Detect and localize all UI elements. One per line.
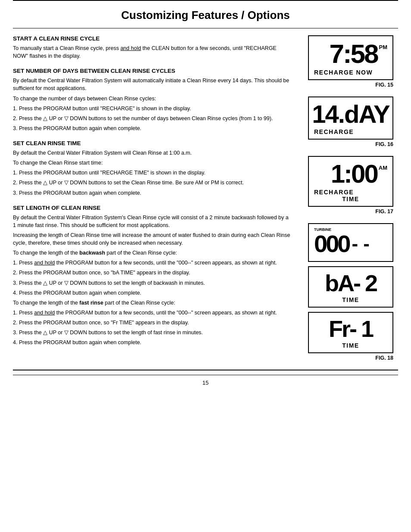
fig-16-digits: 14.dAY <box>312 102 389 127</box>
fig-16-caption: FIG. 16 <box>308 141 393 147</box>
page-number: 15 <box>13 375 398 390</box>
rinse-time-para-1: By default the Central Water Filtration … <box>13 149 293 157</box>
fig-18a-turbine-label: TURBINE <box>314 227 331 232</box>
fig-15-time: 7:58 <box>329 40 377 67</box>
fig-18b-digits: bA- 2 <box>325 271 377 295</box>
fig-17-ampm: AM <box>379 165 387 171</box>
section-title-rinse-time: SET CLEAN RINSE TIME <box>13 140 293 146</box>
fig-18c-display: Fr- 1 TIME <box>308 312 393 353</box>
length-fr-step-4: 4. Press the PROGRAM button again when c… <box>13 339 293 346</box>
fig-17-time: 1:00 <box>331 161 377 187</box>
fig-18c-digits: Fr- 1 <box>329 317 373 340</box>
fig-17-label-line1: RECHARGE <box>314 189 387 196</box>
days-step-3: 3. Press the PROGRAM button again when c… <box>13 124 293 132</box>
section-title-length: SET LENGTH OF CLEAN RINSE <box>13 205 293 211</box>
fig-17-group: 1:00 AM RECHARGE TIME FIG. 17 <box>308 156 393 221</box>
fig-16-label: RECHARGE <box>314 128 387 135</box>
left-column: START A CLEAN RINSE CYCLE To manually st… <box>13 28 303 370</box>
bottom-border <box>13 370 398 370</box>
clean-rinse-para: To manually start a Clean Rinse cycle, p… <box>13 44 293 60</box>
fig-15-label: RECHARGE NOW <box>314 69 387 76</box>
fig-18b-display: bA- 2 TIME <box>308 266 393 308</box>
length-fr-step-2: 2. Press the PROGRAM button once, so "Fr… <box>13 319 293 327</box>
length-step-1: 1. Press and hold the PROGRAM button for… <box>13 259 293 267</box>
fig-18a-group: TURBINE 000 - - <box>308 223 393 264</box>
fig-18a-digits: 000 <box>314 232 349 256</box>
days-para-1: By default the Central Water Filtration … <box>13 77 293 92</box>
days-step-2: 2. Press the UP or DOWN buttons to set t… <box>13 115 293 122</box>
length-para-1: By default the Central Water Filtration … <box>13 214 293 229</box>
fig-18-caption: FIG. 18 <box>308 355 393 361</box>
rinse-time-step-1: 1. Press the PROGRAM button until "RECHA… <box>13 169 293 177</box>
fig-15-group: 7:58 PM RECHARGE NOW FIG. 15 <box>308 35 393 94</box>
days-para-2: To change the number of days between Cle… <box>13 95 293 103</box>
section-title-clean-rinse: START A CLEAN RINSE CYCLE <box>13 35 293 42</box>
right-column: 7:58 PM RECHARGE NOW FIG. 15 14.dAY RECH… <box>303 28 398 370</box>
fig-16-group: 14.dAY RECHARGE FIG. 16 <box>308 96 393 153</box>
fig-15-ampm: PM <box>379 44 388 50</box>
rinse-time-step-2: 2. Press the UP or DOWN buttons to set t… <box>13 179 293 187</box>
length-step-4: 4. Press the PROGRAM button again when c… <box>13 289 293 297</box>
fig-18c-label: TIME <box>314 342 387 349</box>
content-wrapper: START A CLEAN RINSE CYCLE To manually st… <box>0 28 411 370</box>
length-para-4: To change the length of the fast rinse p… <box>13 299 293 307</box>
fig-16-display: 14.dAY RECHARGE <box>308 96 393 140</box>
fig-18a-display: TURBINE 000 - - <box>308 223 393 262</box>
fig-15-display: 7:58 PM RECHARGE NOW <box>308 35 393 80</box>
fig-17-display: 1:00 AM RECHARGE TIME <box>308 156 393 207</box>
length-para-2: Increasing the length of Clean Rinse tim… <box>13 231 293 247</box>
length-step-3: 3. Press the UP or DOWN buttons to set t… <box>13 279 293 287</box>
rinse-time-para-2: To change the Clean Rinse start time: <box>13 159 293 167</box>
page-title: Customizing Features / Options <box>13 1 398 28</box>
fig-18a-dashes: - - <box>352 233 370 254</box>
length-para-3: To change the length of the backwash par… <box>13 249 293 257</box>
fig-17-caption: FIG. 17 <box>308 208 393 215</box>
fig-15-caption: FIG. 15 <box>308 82 393 88</box>
length-fr-step-3: 3. Press the UP or DOWN buttons to set t… <box>13 329 293 336</box>
length-fr-step-1: 1. Press and hold the PROGRAM button for… <box>13 309 293 317</box>
fig-17-label-line2: TIME <box>314 196 387 202</box>
fig-18b-label: TIME <box>314 296 387 303</box>
days-step-1: 1. Press the PROGRAM button until "RECHA… <box>13 105 293 112</box>
fig-18c-group: Fr- 1 TIME FIG. 18 <box>308 312 393 367</box>
rinse-time-step-3: 3. Press the PROGRAM button again when c… <box>13 189 293 197</box>
fig-18b-group: bA- 2 TIME <box>308 266 393 309</box>
length-step-2: 2. Press the PROGRAM button once, so "bA… <box>13 269 293 277</box>
section-title-days: SET NUMBER OF DAYS BETWEEN CLEAN RINSE C… <box>13 68 293 74</box>
